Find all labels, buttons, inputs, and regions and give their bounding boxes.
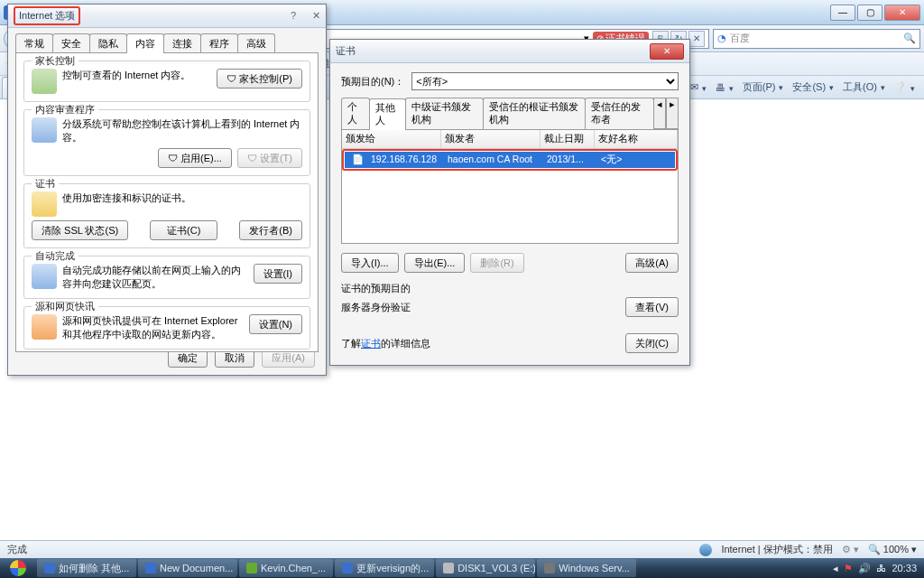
- print-button[interactable]: 🖶: [716, 82, 734, 93]
- cert-tab-others[interactable]: 其他人: [369, 98, 406, 130]
- tray-icon[interactable]: ⚑: [844, 563, 853, 574]
- col-issued-by[interactable]: 颁发者: [441, 130, 541, 148]
- cert-tab-intermediate[interactable]: 中级证书颁发机构: [405, 98, 484, 129]
- group-text: 分级系统可帮助您控制在该计算机上看到的 Internet 内容。: [62, 117, 302, 144]
- view-button[interactable]: 查看(V): [625, 297, 679, 317]
- task-favicon: [342, 563, 353, 573]
- group-title: 家长控制: [32, 54, 79, 68]
- cert-item-icon: 📄: [348, 154, 367, 164]
- group-title: 自动完成: [32, 249, 79, 263]
- safety-menu[interactable]: 安全(S): [792, 80, 834, 94]
- help-icon[interactable]: ?: [291, 10, 296, 22]
- task-item[interactable]: New Documen...: [138, 559, 237, 577]
- list-header: 颁发给 颁发者 截止日期 友好名称: [342, 130, 678, 149]
- tab-privacy[interactable]: 隐私: [89, 33, 127, 53]
- advanced-button[interactable]: 高级(A): [625, 253, 679, 273]
- tab-connections[interactable]: 连接: [163, 33, 201, 53]
- search-box[interactable]: ◔ 百度 🔍: [713, 29, 920, 49]
- task-label: Kevin.Chen_...: [261, 563, 326, 573]
- col-issued-to[interactable]: 颁发给: [342, 130, 441, 148]
- tab-general[interactable]: 常规: [15, 33, 53, 53]
- parental-control-button[interactable]: 🛡 家长控制(P): [217, 69, 302, 89]
- group-title: 源和网页快讯: [32, 300, 98, 313]
- tab-scroll-left[interactable]: ◂: [653, 98, 666, 129]
- cert-tab-trusted-root[interactable]: 受信任的根证书颁发机构: [483, 98, 586, 129]
- options-tabs: 常规 安全 隐私 内容 连接 程序 高级: [8, 28, 326, 53]
- start-button[interactable]: [0, 558, 36, 578]
- status-bar: 完成 Internet | 保护模式：禁用 ⚙ ▾ 🔍 100% ▾: [0, 540, 924, 558]
- autocomplete-settings-button[interactable]: 设置(I): [254, 264, 302, 284]
- cert-tab-trusted-pub[interactable]: 受信任的发布者: [585, 98, 654, 129]
- page-menu[interactable]: 页面(P): [743, 80, 784, 94]
- purpose-select[interactable]: <所有>: [411, 72, 679, 90]
- cell-issued-to: 192.168.76.128: [367, 154, 440, 164]
- col-expiry[interactable]: 截止日期: [541, 130, 595, 148]
- group-text: 自动完成功能存储以前在网页上输入的内容并向您建议匹配页。: [62, 264, 248, 291]
- intent-value: 服务器身份验证: [341, 301, 411, 314]
- maximize-button[interactable]: ▢: [857, 5, 882, 21]
- window-controls: — ▢ ✕: [830, 5, 920, 21]
- mail-button[interactable]: ✉: [690, 81, 707, 93]
- advisor-icon: [32, 117, 57, 143]
- task-favicon: [44, 563, 55, 573]
- minimize-button[interactable]: —: [830, 5, 855, 21]
- learn-cert-link[interactable]: 证书: [361, 337, 381, 350]
- zoom-value: 100%: [883, 544, 909, 555]
- group-title: 内容审查程序: [32, 103, 98, 117]
- settings-button: 🛡 设置(T): [237, 148, 302, 168]
- purpose-label: 预期目的(N)：: [341, 75, 404, 89]
- tray-icon[interactable]: 🖧: [876, 563, 886, 573]
- task-item[interactable]: DISK1_VOL3 (E:): [436, 559, 535, 577]
- enable-button[interactable]: 🛡 启用(E)...: [158, 148, 232, 168]
- delete-button[interactable]: 删除(R): [470, 253, 523, 273]
- internet-options-dialog: Internet 选项 ? ✕ 常规 安全 隐私 内容 连接 程序 高级 家长控…: [7, 4, 327, 376]
- group-parental: 家长控制 控制可查看的 Internet 内容。 🛡 家长控制(P): [23, 61, 310, 102]
- feeds-settings-button[interactable]: 设置(N): [249, 314, 302, 334]
- tray-icon[interactable]: 🔊: [858, 563, 871, 574]
- cell-expiry: 2013/1...: [543, 154, 597, 166]
- task-item[interactable]: 更新verisign的...: [335, 559, 434, 577]
- cert-tabs: 个人 其他人 中级证书颁发机构 受信任的根证书颁发机构 受信任的发布者 ◂▸: [341, 98, 679, 130]
- tools-menu[interactable]: 工具(O): [843, 80, 885, 94]
- tab-programs[interactable]: 程序: [200, 33, 238, 53]
- task-favicon: [544, 563, 555, 573]
- tray-clock[interactable]: 20:33: [892, 563, 917, 573]
- task-item[interactable]: Windows Serv...: [537, 559, 636, 577]
- dialog-titlebar[interactable]: 证书 ✕: [330, 40, 689, 63]
- task-item[interactable]: Kevin.Chen_...: [239, 559, 333, 577]
- task-favicon: [246, 563, 257, 573]
- group-text: 控制可查看的 Internet 内容。: [62, 69, 211, 82]
- close-button[interactable]: 关闭(C): [625, 333, 679, 353]
- dialog-close-icon[interactable]: ✕: [312, 10, 320, 22]
- tab-content[interactable]: 内容: [126, 33, 164, 53]
- dialog-close-button[interactable]: ✕: [650, 43, 684, 60]
- export-button[interactable]: 导出(E)...: [404, 253, 466, 273]
- clear-ssl-button[interactable]: 清除 SSL 状态(S): [32, 220, 128, 240]
- certificates-button[interactable]: 证书(C): [150, 220, 217, 240]
- cert-tab-personal[interactable]: 个人: [341, 98, 370, 129]
- task-favicon: [443, 563, 454, 573]
- intent-label: 证书的预期目的: [341, 282, 679, 295]
- col-friendly[interactable]: 友好名称: [595, 130, 678, 148]
- tab-scroll-right[interactable]: ▸: [666, 98, 679, 129]
- options-panel: 家长控制 控制可查看的 Internet 内容。 🛡 家长控制(P) 内容审查程…: [15, 52, 319, 352]
- publishers-button[interactable]: 发行者(B): [239, 220, 302, 240]
- protected-mode-icon[interactable]: ⚙ ▾: [842, 544, 859, 555]
- stop-icon[interactable]: ✕: [688, 31, 705, 47]
- search-icon[interactable]: 🔍: [903, 33, 916, 44]
- security-zone: Internet | 保护模式：禁用: [721, 543, 832, 556]
- group-certificates: 证书 使用加密连接和标识的证书。 清除 SSL 状态(S) 证书(C) 发行者(…: [23, 183, 310, 248]
- group-text: 源和网页快讯提供可在 Internet Explorer 和其他程序中读取的网站…: [62, 314, 244, 341]
- task-label: DISK1_VOL3 (E:): [457, 563, 535, 573]
- cert-row[interactable]: 📄192.168.76.128 haoen.com CA Root 2013/1…: [345, 152, 675, 168]
- dialog-title: Internet 选项: [14, 6, 80, 25]
- tray-icon[interactable]: ◂: [833, 563, 838, 574]
- task-item[interactable]: 如何删除 其他...: [37, 559, 136, 577]
- zoom-level[interactable]: 🔍 100% ▾: [868, 544, 917, 555]
- import-button[interactable]: 导入(I)...: [341, 253, 399, 273]
- task-favicon: [145, 563, 156, 573]
- window-close-button[interactable]: ✕: [884, 5, 920, 21]
- help-button[interactable]: ❔: [894, 81, 915, 93]
- tab-advanced[interactable]: 高级: [237, 33, 275, 53]
- tab-security[interactable]: 安全: [52, 33, 90, 53]
